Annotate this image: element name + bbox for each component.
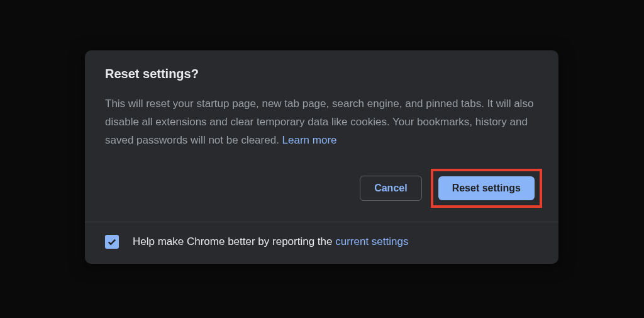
reset-settings-button[interactable]: Reset settings bbox=[438, 176, 535, 200]
dialog-footer: Help make Chrome better by reporting the… bbox=[85, 222, 558, 264]
check-icon bbox=[106, 236, 118, 247]
footer-text: Help make Chrome better by reporting the… bbox=[133, 236, 408, 248]
learn-more-link[interactable]: Learn more bbox=[282, 134, 337, 146]
dialog-button-row: Cancel Reset settings bbox=[105, 169, 538, 208]
dialog-title: Reset settings? bbox=[105, 67, 538, 81]
dialog-description: This will reset your startup page, new t… bbox=[105, 95, 538, 150]
cancel-button[interactable]: Cancel bbox=[360, 176, 421, 201]
report-settings-checkbox[interactable] bbox=[105, 235, 119, 249]
annotation-highlight: Reset settings bbox=[431, 169, 542, 208]
footer-text-before: Help make Chrome better by reporting the bbox=[133, 236, 335, 247]
current-settings-link[interactable]: current settings bbox=[335, 236, 408, 247]
dialog-body: Reset settings? This will reset your sta… bbox=[85, 50, 558, 222]
reset-settings-dialog: Reset settings? This will reset your sta… bbox=[85, 50, 558, 264]
